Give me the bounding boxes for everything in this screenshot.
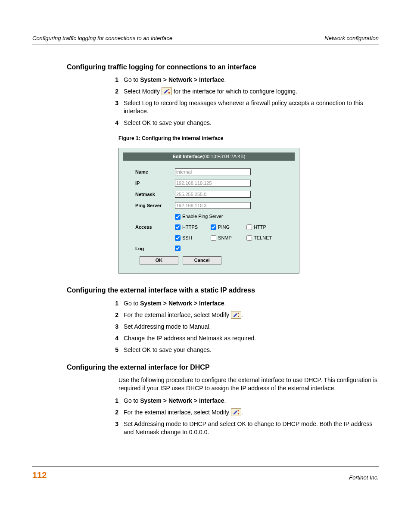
step-list-1: 1 Go to System > Network > Interface. 2 …: [106, 76, 379, 127]
step-number: 4: [106, 119, 124, 127]
https-label: HTTPS: [182, 224, 198, 230]
enable-ping-server-label: Enable Ping Server: [182, 214, 223, 219]
ping-server-field[interactable]: [175, 202, 251, 209]
step: 4 Select OK to save your changes.: [106, 119, 379, 127]
snmp-label: SNMP: [218, 235, 232, 240]
http-label: HTTP: [254, 224, 266, 230]
ssh-label: SSH: [182, 235, 192, 240]
modify-icon: [162, 87, 172, 95]
snmp-checkbox[interactable]: [211, 235, 216, 241]
ping-checkbox[interactable]: [211, 224, 216, 230]
figure-titlebar: Edit Interface(00:10:F3:04:7A:4B): [123, 152, 295, 161]
step-body: Go to System > Network > Interface.: [124, 76, 379, 84]
step-body: Go to System > Network > Interface.: [124, 299, 379, 308]
enable-ping-server-checkbox[interactable]: [175, 214, 181, 220]
nav-path: System > Network > Interface: [140, 397, 224, 404]
dhcp-intro: Use the following procedure to configure…: [118, 376, 379, 392]
step: 3 Set Addressing mode to Manual.: [106, 323, 379, 331]
step-body: Select Modify for the interface for whic…: [124, 87, 379, 96]
label-name: Name: [135, 169, 175, 175]
step-number: 3: [106, 323, 124, 331]
ping-label: PING: [218, 224, 230, 230]
svg-rect-0: [168, 92, 170, 93]
ok-button[interactable]: OK: [140, 256, 178, 264]
step-body: For the external interface, select Modif…: [124, 311, 379, 319]
step-body: Change the IP address and Netmask as req…: [124, 334, 379, 342]
step-number: 1: [106, 299, 124, 308]
step: 5 Select OK to save your changes.: [106, 346, 379, 354]
step: 3 Set Addressing mode to DHCP and select…: [106, 420, 379, 436]
section-title-traffic-logging: Configuring traffic logging for connecti…: [67, 62, 379, 72]
running-header: Configuring traffic logging for connecti…: [32, 34, 379, 44]
step-body: Go to System > Network > Interface.: [124, 397, 379, 405]
footer: 112 Fortinet Inc.: [32, 467, 379, 481]
step-body: Select OK to save your changes.: [124, 346, 379, 354]
ssh-checkbox[interactable]: [175, 235, 181, 241]
https-checkbox[interactable]: [175, 224, 181, 230]
step-number: 2: [106, 87, 124, 96]
label-ip: IP: [135, 180, 175, 187]
step: 1 Go to System > Network > Interface.: [106, 299, 379, 308]
modify-icon: [231, 408, 241, 416]
ip-field[interactable]: [175, 180, 251, 187]
step-number: 2: [106, 311, 124, 319]
telnet-checkbox[interactable]: [246, 235, 252, 241]
step: 3 Select Log to record log messages when…: [106, 99, 379, 115]
http-checkbox[interactable]: [246, 224, 252, 230]
step: 2 For the external interface, select Mod…: [106, 311, 379, 319]
step: 1 Go to System > Network > Interface.: [106, 76, 379, 84]
name-field[interactable]: [175, 168, 251, 175]
step-number: 5: [106, 346, 124, 354]
step-number: 2: [106, 408, 124, 417]
label-netmask: Netmask: [135, 191, 175, 198]
netmask-field[interactable]: [175, 191, 251, 198]
telnet-label: TELNET: [254, 235, 272, 240]
section-title-static-ip: Configuring the external interface with …: [67, 286, 379, 295]
figure-edit-interface: Edit Interface(00:10:F3:04:7A:4B) Name I…: [118, 148, 299, 274]
step-number: 4: [106, 334, 124, 342]
nav-path: System > Network > Interface: [140, 300, 224, 307]
nav-path: System > Network > Interface: [140, 76, 224, 83]
step-list-2: 1 Go to System > Network > Interface. 2 …: [106, 299, 379, 354]
running-header-right: Network configuration: [324, 34, 379, 42]
step: 1 Go to System > Network > Interface.: [106, 397, 379, 405]
cancel-button[interactable]: Cancel: [183, 256, 221, 264]
step: 2 Select Modify for the interface for wh…: [106, 87, 379, 96]
step-number: 1: [106, 76, 124, 84]
svg-rect-1: [238, 316, 239, 317]
step-body: For the external interface, select Modif…: [124, 408, 379, 417]
label-access: Access: [135, 224, 175, 230]
page-number: 112: [32, 470, 47, 481]
label-log: Log: [135, 246, 175, 252]
step-number: 3: [106, 420, 124, 436]
figure-title-mac: (00:10:F3:04:7A:4B): [202, 154, 245, 159]
step-number: 3: [106, 99, 124, 115]
section-title-dhcp: Configuring the external interface for D…: [67, 363, 379, 372]
step-body: Set Addressing mode to DHCP and select O…: [124, 420, 379, 436]
step-body: Set Addressing mode to Manual.: [124, 323, 379, 331]
step-body: Select Log to record log messages whenev…: [124, 99, 379, 115]
step-body: Select OK to save your changes.: [124, 119, 379, 127]
figure-title-label: Edit Interface: [173, 154, 203, 159]
svg-rect-2: [238, 413, 239, 414]
step: 4 Change the IP address and Netmask as r…: [106, 334, 379, 342]
running-header-left: Configuring traffic logging for connecti…: [32, 34, 172, 42]
footer-company: Fortinet Inc.: [349, 474, 379, 482]
figure-caption: Figure 1: Configuring the internal inter…: [118, 135, 379, 142]
step-number: 1: [106, 397, 124, 405]
step: 2 For the external interface, select Mod…: [106, 408, 379, 417]
log-checkbox[interactable]: [175, 246, 181, 251]
label-ping-server: Ping Server: [135, 202, 175, 209]
step-list-3: 1 Go to System > Network > Interface. 2 …: [106, 397, 379, 436]
modify-icon: [231, 311, 241, 319]
